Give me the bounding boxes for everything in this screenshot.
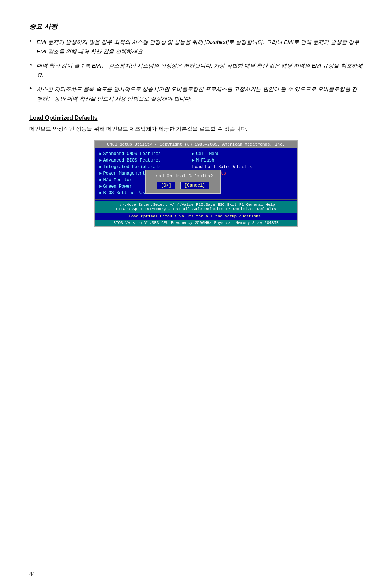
bios-menu-cell[interactable]: ► Cell Menu <box>192 151 293 157</box>
bios-dialog-box: Load Optimal Defaults? [Ok] [Cancel] <box>145 170 221 194</box>
bios-footer-status: Load Optimal Default values for all the … <box>95 213 297 220</box>
bios-divider-1 <box>95 199 297 200</box>
bullet-item-1: EMI 문제가 발생하지 않을 경우 최적의 시스템 안정성 및 성능을 위해 … <box>29 37 363 56</box>
arrow-icon: ► <box>99 158 102 163</box>
page-number: 44 <box>29 571 35 577</box>
bios-menu-standard[interactable]: ► Standard CMOS Features <box>99 151 192 157</box>
important-section: 중요 사항 EMI 문제가 발생하지 않을 경우 최적의 시스템 안정성 및 성… <box>29 22 363 103</box>
important-title: 중요 사항 <box>29 22 363 31</box>
arrow-icon: ► <box>99 191 102 195</box>
load-optimized-heading: Load Optimized Defaults <box>29 115 363 121</box>
arrow-icon: ► <box>99 171 102 176</box>
arrow-icon: ► <box>99 152 102 156</box>
arrow-icon: ► <box>99 178 102 182</box>
bios-right-col: ► Cell Menu ► M-Flash Load Fail-Safe Def… <box>192 151 293 196</box>
bullet-item-2: 대역 확산 값이 클수록 EMI는 감소되지만 시스템의 안정성은 저하됩니다.… <box>29 61 363 79</box>
bios-menu-advanced[interactable]: ► Advanced BIOS Features <box>99 157 192 164</box>
bios-screen-wrapper: CMOS Setup Utility - Copyright (C) 1985-… <box>29 140 363 227</box>
bios-title-bar: CMOS Setup Utility - Copyright (C) 1985-… <box>95 141 297 148</box>
bios-dialog-title: Load Optimal Defaults? <box>153 174 213 179</box>
bios-dialog-buttons: [Ok] [Cancel] <box>153 182 213 189</box>
arrow-icon: ► <box>99 165 102 169</box>
bios-screen: CMOS Setup Utility - Copyright (C) 1985-… <box>94 140 298 227</box>
load-optimized-section: Load Optimized Defaults 메인보드 안정적인 성능을 위해… <box>29 115 363 134</box>
arrow-icon: ► <box>99 184 102 189</box>
page-container: 중요 사항 EMI 문제가 발생하지 않을 경우 최적의 시스템 안정성 및 성… <box>0 0 392 588</box>
arrow-icon: ► <box>192 152 195 156</box>
bullet-list: EMI 문제가 발생하지 않을 경우 최적의 시스템 안정성 및 성능을 위해 … <box>29 37 363 103</box>
bios-ok-button[interactable]: [Ok] <box>157 182 175 189</box>
bios-menu-mflash[interactable]: ► M-Flash <box>192 157 293 164</box>
arrow-icon: ► <box>192 158 195 163</box>
bios-footer-version: BIOS Version V1.0B3 CPU Frequency 2500MH… <box>95 220 297 226</box>
bios-footer-nav: ↑↓→:Move Enter:Select +/-/:Value F10:Sav… <box>95 201 297 213</box>
bios-dialog: Load Optimal Defaults? [Ok] [Cancel] <box>145 170 221 194</box>
bios-menu-area: ► Standard CMOS Features ► Advanced BIOS… <box>95 148 297 198</box>
load-optimized-desc: 메인보드 안정적인 성능을 위해 메인보드 제조업체가 제공한 기본값을 로드할… <box>29 124 363 134</box>
bullet-item-3: 사소한 지터조차도 클록 속도를 일시적으로 상승시키면 오버클로킹한 프로세스… <box>29 85 363 103</box>
bios-cancel-button[interactable]: [Cancel] <box>180 182 209 189</box>
